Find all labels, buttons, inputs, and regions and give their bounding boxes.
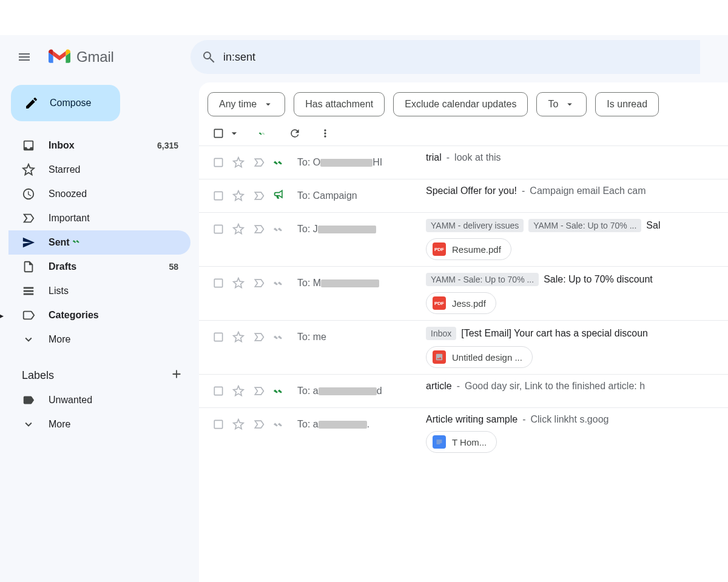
sidebar-item-categories[interactable]: ▸Categories: [8, 303, 190, 327]
chip-label: To: [548, 99, 558, 110]
attachment-chip[interactable]: Untitled design ...: [426, 346, 533, 368]
mail-row[interactable]: To: OHItrial - look at this: [199, 146, 728, 179]
add-label-button[interactable]: [170, 367, 183, 383]
sidebar-item-inbox[interactable]: Inbox6,315: [8, 133, 190, 158]
nav-count: 58: [169, 262, 178, 272]
row-star[interactable]: [232, 152, 245, 173]
row-star[interactable]: [232, 327, 245, 347]
row-sender: To: M: [297, 273, 419, 293]
main: Compose Inbox6,315StarredSnoozedImportan…: [0, 79, 728, 582]
file-icon: [22, 260, 35, 273]
inbox-icon: [22, 139, 35, 152]
nav-label: Categories: [49, 310, 178, 321]
more-button[interactable]: [319, 127, 331, 139]
sidebar-item-lists[interactable]: Lists: [8, 279, 190, 303]
mail-snippet: look at this: [454, 152, 500, 163]
filter-chip[interactable]: Has attachment: [294, 92, 385, 116]
label-item-more[interactable]: More: [8, 412, 190, 436]
attachment-chip[interactable]: PDFJess.pdf: [426, 292, 496, 314]
select-all-checkbox[interactable]: [212, 127, 224, 139]
plus-icon: [170, 367, 183, 381]
sidebar-item-starred[interactable]: Starred: [8, 158, 190, 182]
sidebar-item-more[interactable]: More: [8, 327, 190, 352]
row-sender: To: OHI: [297, 152, 419, 173]
attachment-label: Resume.pdf: [452, 244, 501, 255]
nav-label: Snoozed: [49, 189, 178, 199]
row-read-status: [273, 327, 290, 347]
read-status-button[interactable]: [258, 127, 271, 139]
mail-row[interactable]: To: MYAMM - Sale: Up to 70% ...Sale: Up …: [199, 266, 728, 320]
mail-row[interactable]: To: adarticle - Good day sir, Link to th…: [199, 374, 728, 407]
nav-label: Starred: [49, 164, 178, 175]
row-important[interactable]: [252, 273, 266, 293]
attachment-chip[interactable]: PDFResume.pdf: [426, 238, 511, 260]
row-star[interactable]: [232, 186, 245, 206]
row-read-status: [273, 273, 290, 293]
sidebar-item-snoozed[interactable]: Snoozed: [8, 182, 190, 206]
mail-subject: article: [426, 381, 452, 392]
row-checkbox[interactable]: [212, 414, 224, 435]
mail-row[interactable]: To: JYAMM - delivery issuesYAMM - Sale: …: [199, 212, 728, 266]
attachment-row: Untitled design ...: [426, 346, 721, 368]
row-important[interactable]: [252, 186, 266, 206]
row-read-status: [273, 219, 290, 239]
filter-chip[interactable]: To: [536, 92, 587, 116]
row-checkbox[interactable]: [212, 327, 224, 347]
lists-icon: [22, 284, 35, 298]
search-input[interactable]: [223, 51, 693, 64]
search-bar[interactable]: [190, 40, 700, 74]
row-star[interactable]: [232, 414, 245, 435]
row-star[interactable]: [232, 381, 245, 401]
nav-label: Sent: [49, 237, 178, 248]
row-star[interactable]: [232, 273, 245, 293]
row-sender: To: J: [297, 219, 419, 239]
logo[interactable]: Gmail: [44, 48, 183, 65]
row-star[interactable]: [232, 219, 245, 239]
mail-row[interactable]: To: a.Article writing sample - Click lin…: [199, 407, 728, 459]
compose-button[interactable]: Compose: [11, 85, 120, 121]
label-item-unwanted[interactable]: Unwanted: [8, 388, 190, 412]
main-menu-button[interactable]: [10, 42, 39, 72]
refresh-button[interactable]: [289, 127, 301, 139]
row-checkbox[interactable]: [212, 381, 224, 401]
mail-subject: [Test Email] Your cart has a special dis…: [461, 328, 648, 339]
row-important[interactable]: [252, 327, 266, 347]
row-checkbox[interactable]: [212, 219, 224, 239]
content-pane: Any timeHas attachmentExclude calendar u…: [199, 82, 728, 582]
row-important[interactable]: [252, 414, 266, 435]
nav-list: Inbox6,315StarredSnoozedImportantSentDra…: [8, 133, 199, 352]
mail-row[interactable]: To: meInbox[Test Email] Your cart has a …: [199, 320, 728, 374]
row-read-status: [273, 381, 290, 401]
row-important[interactable]: [252, 219, 266, 239]
row-sender: To: ad: [297, 381, 419, 401]
nav-label: Important: [49, 213, 178, 224]
sidebar-item-important[interactable]: Important: [8, 206, 190, 230]
mail-subject: Special Offer for you!: [426, 186, 517, 196]
row-checkbox[interactable]: [212, 186, 224, 206]
double-check-icon: [258, 127, 271, 139]
mail-row[interactable]: To: CampaignSpecial Offer for you! - Cam…: [199, 179, 728, 212]
sidebar-item-sent[interactable]: Sent: [8, 230, 190, 255]
brand-text: Gmail: [76, 48, 114, 65]
nav-label: Lists: [49, 286, 178, 296]
row-important[interactable]: [252, 381, 266, 401]
row-checkbox[interactable]: [212, 152, 224, 173]
labels-list: UnwantedMore: [8, 388, 199, 436]
attachment-chip[interactable]: T Hom...: [426, 431, 497, 453]
select-dropdown[interactable]: [228, 127, 240, 139]
sidebar-item-drafts[interactable]: Drafts58: [8, 255, 190, 279]
mail-subject: Sale: Up to 70% discount: [544, 274, 653, 285]
filter-chip[interactable]: Any time: [207, 92, 285, 116]
filter-chip[interactable]: Is unread: [595, 92, 659, 116]
more-icon: [22, 333, 35, 346]
row-checkbox[interactable]: [212, 273, 224, 293]
filter-chip[interactable]: Exclude calendar updates: [393, 92, 528, 116]
cat-icon: [22, 309, 35, 322]
row-read-status: [273, 414, 290, 435]
more-vert-icon: [319, 127, 331, 139]
row-important[interactable]: [252, 152, 266, 173]
attachment-row: PDFResume.pdf: [426, 238, 721, 260]
caret-down-icon: [263, 99, 274, 110]
more-icon: [22, 418, 35, 431]
tag-icon: [22, 393, 35, 407]
